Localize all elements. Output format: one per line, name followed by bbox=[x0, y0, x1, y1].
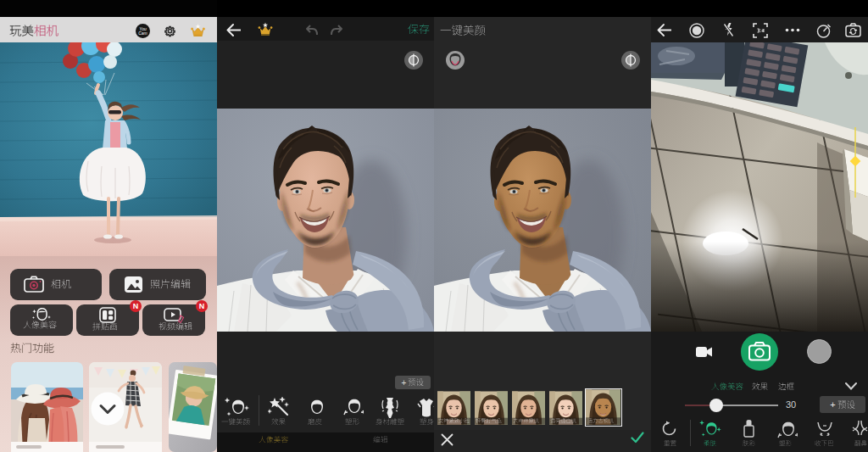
svg-text:Cam: Cam bbox=[138, 31, 147, 36]
